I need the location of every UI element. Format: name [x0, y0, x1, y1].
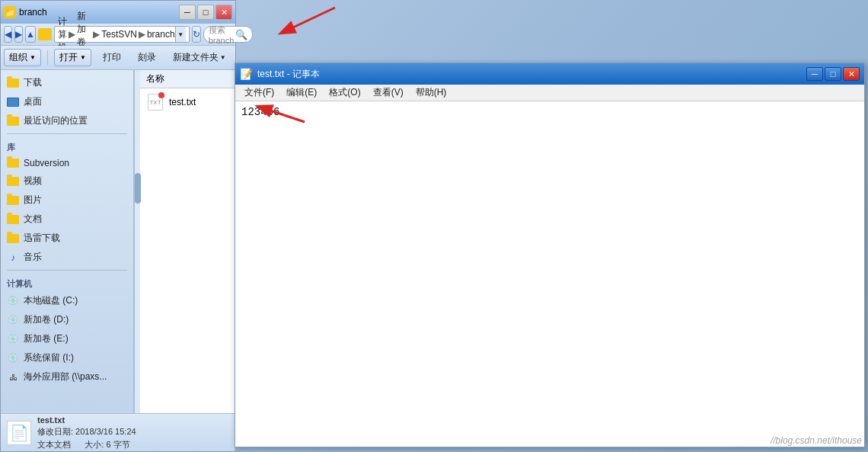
- notepad-menu-edit[interactable]: 编辑(E): [280, 85, 323, 101]
- file-area: 名称 TXT test.txt: [140, 70, 235, 413]
- explorer-title-icon: 📁: [4, 6, 16, 18]
- sidebar-label-desktop: 桌面: [24, 95, 42, 108]
- sidebar-label-c-drive: 本地磁盘 (C:): [24, 294, 78, 307]
- sidebar-label-i-drive: 系统保留 (I:): [24, 351, 74, 364]
- notepad-close-button[interactable]: ✕: [843, 67, 860, 81]
- refresh-button[interactable]: ↻: [192, 26, 201, 43]
- sidebar-item-documents[interactable]: 文档: [1, 210, 133, 229]
- libraries-label: 库: [7, 143, 15, 152]
- video-icon: [7, 176, 19, 187]
- minimize-button[interactable]: ─: [179, 5, 196, 20]
- status-info: test.txt 修改日期: 2018/3/16 15:24 文本文档 大小: …: [37, 415, 136, 450]
- status-filename: test.txt: [37, 415, 136, 425]
- sidebar-label-video: 视频: [24, 175, 42, 188]
- organize-label: 组织: [9, 51, 27, 64]
- folder-icon: [38, 28, 52, 40]
- sidebar-item-music[interactable]: ♪ 音乐: [1, 248, 133, 267]
- sidebar-scrollbar[interactable]: [134, 70, 140, 413]
- open-button[interactable]: 打开 ▼: [54, 49, 91, 66]
- sidebar-item-desktop[interactable]: 桌面: [1, 92, 133, 111]
- more-dropdown-icon: ▼: [220, 54, 226, 61]
- notepad-title-text: test.txt - 记事本: [257, 68, 320, 81]
- maximize-button[interactable]: □: [197, 5, 214, 20]
- back-button[interactable]: ◀: [4, 26, 12, 43]
- close-button[interactable]: ✕: [215, 5, 232, 20]
- sidebar-item-subversion[interactable]: Subversion: [1, 155, 133, 172]
- notepad-content[interactable]: 123456: [235, 101, 864, 447]
- status-file-icon: 📄: [7, 421, 31, 445]
- menu-format-label: 格式(O): [329, 87, 360, 98]
- address-bar[interactable]: 计算机 ▶ 新加卷 (E:) ▶ TestSVN ▶ branch ▼: [54, 26, 190, 43]
- menu-view-label: 查看(V): [373, 87, 404, 98]
- print-label: 打印: [103, 51, 121, 64]
- open-dropdown-icon: ▼: [80, 54, 86, 61]
- notepad-menu-help[interactable]: 帮助(H): [410, 85, 453, 101]
- notepad-menu-view[interactable]: 查看(V): [367, 85, 410, 101]
- sidebar-label-d-drive: 新加卷 (D:): [24, 313, 69, 326]
- notepad-maximize-button[interactable]: □: [825, 67, 841, 81]
- search-button[interactable]: 🔍: [234, 27, 249, 42]
- explorer-sidebar: 下载 桌面 最近访问的位置 库 Subversion 视频: [1, 70, 134, 413]
- sidebar-item-video[interactable]: 视频: [1, 172, 133, 191]
- sidebar-item-download[interactable]: 下载: [1, 73, 133, 92]
- sidebar-item-i-drive[interactable]: 💿 系统保留 (I:): [1, 348, 133, 367]
- file-name: test.txt: [169, 97, 196, 107]
- e-drive-icon: 💿: [7, 334, 19, 345]
- explorer-window: 📁 branch ─ □ ✕ ◀ ▶ ▲ 计算机 ▶ 新加卷 (E:) ▶ Te…: [0, 0, 236, 452]
- more-label: 新建文件夹: [173, 51, 219, 64]
- sidebar-label-pictures: 图片: [24, 194, 42, 207]
- more-button[interactable]: 新建文件夹 ▼: [168, 49, 231, 66]
- explorer-main-area: 下载 桌面 最近访问的位置 库 Subversion 视频: [1, 70, 235, 413]
- print-button[interactable]: 打印: [97, 49, 126, 66]
- download-icon: [7, 78, 19, 88]
- notepad-menu-file[interactable]: 文件(F): [238, 85, 280, 101]
- sidebar-divider-1: [7, 133, 127, 134]
- computer-label: 计算机: [7, 279, 32, 288]
- status-type-size: 文本文档 大小: 6 字节: [37, 439, 136, 450]
- forward-button[interactable]: ▶: [14, 26, 23, 43]
- sidebar-label-e-drive: 新加卷 (E:): [24, 332, 69, 345]
- notepad-minimize-button[interactable]: ─: [806, 67, 823, 81]
- sidebar-item-e-drive[interactable]: 💿 新加卷 (E:): [1, 329, 133, 348]
- documents-icon: [7, 214, 19, 225]
- address-dropdown[interactable]: ▼: [175, 27, 186, 42]
- sidebar-item-thunder[interactable]: 迅雷下载: [1, 229, 133, 248]
- music-icon: ♪: [7, 252, 19, 263]
- notepad-title-buttons: ─ □ ✕: [806, 67, 860, 81]
- sidebar-item-d-drive[interactable]: 💿 新加卷 (D:): [1, 310, 133, 329]
- explorer-title-text: branch: [19, 7, 47, 18]
- up-button[interactable]: ▲: [25, 26, 36, 43]
- notepad-menu: 文件(F) 编辑(E) 格式(O) 查看(V) 帮助(H): [235, 85, 864, 101]
- desktop-icon: [7, 97, 19, 107]
- d-drive-icon: 💿: [7, 315, 19, 325]
- network-drive-icon: 🖧: [7, 372, 19, 383]
- explorer-toolbar: 组织 ▼ 打开 ▼ 打印 刻录 新建文件夹 ▼: [1, 46, 235, 70]
- status-size: 大小: 6 字节: [85, 440, 129, 449]
- explorer-status-bar: 📄 test.txt 修改日期: 2018/3/16 15:24 文本文档 大小…: [1, 413, 235, 451]
- sidebar-divider-2: [7, 270, 127, 271]
- txt-badge: [158, 92, 164, 98]
- sidebar-item-c-drive[interactable]: 💿 本地磁盘 (C:): [1, 291, 133, 310]
- organize-button[interactable]: 组织 ▼: [4, 49, 41, 66]
- sidebar-item-network-drive[interactable]: 🖧 海外应用部 (\\paxs...: [1, 367, 133, 386]
- breadcrumb-part-4: branch: [147, 29, 175, 40]
- sidebar-item-pictures[interactable]: 图片: [1, 191, 133, 210]
- list-item[interactable]: TXT test.txt: [140, 88, 235, 116]
- breadcrumb-part-3: TestSVN: [101, 29, 137, 40]
- sidebar-scrollbar-thumb[interactable]: [135, 173, 141, 204]
- notepad-menu-format[interactable]: 格式(O): [323, 85, 366, 101]
- address-area: ◀ ▶ ▲ 计算机 ▶ 新加卷 (E:) ▶ TestSVN ▶ branch …: [1, 24, 235, 46]
- notepad-title-icon: 📝: [240, 68, 253, 80]
- organize-dropdown-icon: ▼: [30, 54, 36, 61]
- sidebar-item-recent[interactable]: 最近访问的位置: [1, 111, 133, 130]
- engrave-button[interactable]: 刻录: [132, 49, 161, 66]
- status-modified: 修改日期: 2018/3/16 15:24: [37, 426, 136, 438]
- status-type: 文本文档: [37, 440, 71, 449]
- search-box[interactable]: 搜索 branch 🔍: [203, 26, 254, 43]
- breadcrumb-sep-2: ▶: [93, 29, 100, 40]
- sidebar-label-thunder: 迅雷下载: [24, 232, 60, 245]
- open-label: 打开: [59, 51, 78, 64]
- title-bar-buttons: ─ □ ✕: [179, 5, 232, 20]
- txt-file-icon: TXT: [148, 94, 163, 111]
- sidebar-label-recent: 最近访问的位置: [24, 114, 88, 127]
